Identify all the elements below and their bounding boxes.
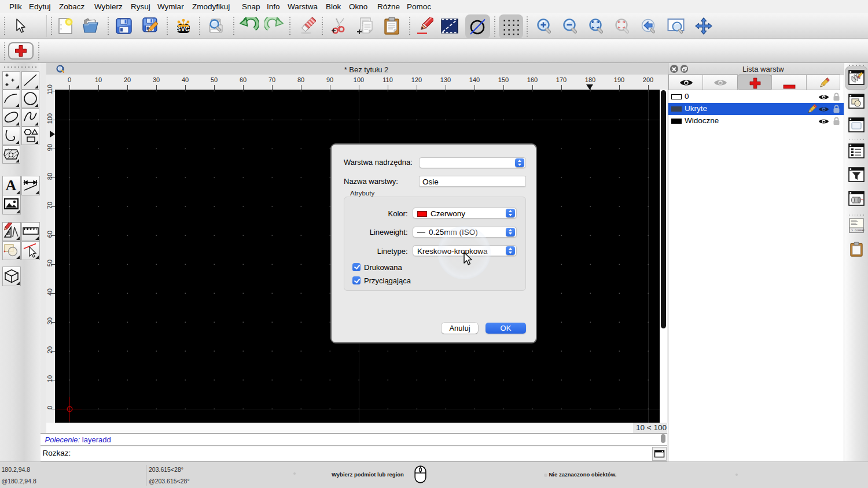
svg-text:A: A <box>6 177 17 194</box>
svg-text:SVG: SVG <box>176 25 190 32</box>
svg-text:> command: > command <box>851 229 865 232</box>
